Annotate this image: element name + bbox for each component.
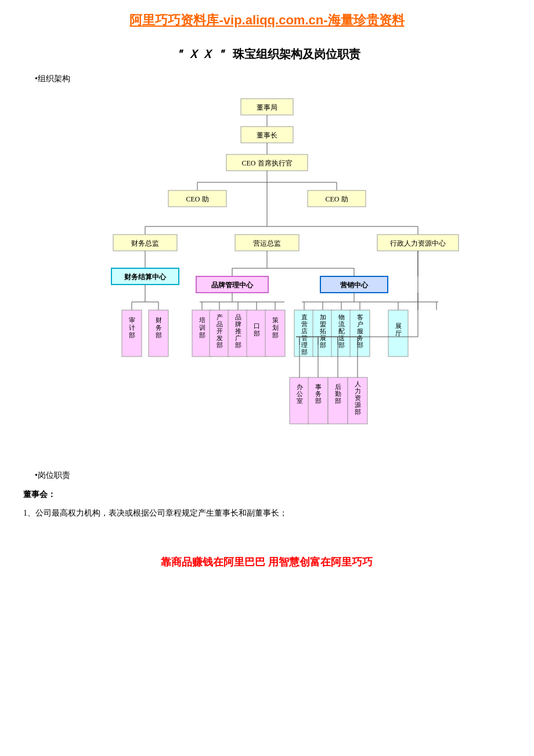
svg-text:部: 部 [301,348,308,355]
label-customer: 客 [357,314,363,321]
header-text: 阿里巧巧资料库-vip.aliqq.com.cn-海量珍贵资料 [129,13,404,27]
svg-text:部: 部 [355,408,361,415]
header-banner: 阿里巧巧资料库-vip.aliqq.com.cn-海量珍贵资料 [23,12,511,29]
svg-text:部: 部 [315,397,322,404]
svg-text:室: 室 [297,397,303,404]
label-franchise: 加 [320,314,326,321]
svg-text:部: 部 [320,341,326,348]
org-chart-container: .box-yellow { fill: #ffffcc; stroke: #99… [23,93,511,453]
label-audit2: 计 [129,324,135,331]
org-section-label: •组织架构 [35,74,511,84]
svg-text:公: 公 [297,390,303,397]
svg-text:店: 店 [301,327,308,334]
svg-text:开: 开 [217,327,223,334]
label-product-dev: 产 [217,314,223,321]
label-finance-director: 财务总监 [131,239,159,247]
svg-text:推: 推 [235,327,241,334]
svg-text:管: 管 [301,334,308,341]
svg-text:展: 展 [320,334,326,341]
label-hr-dept: 人 [355,380,361,387]
svg-text:发: 发 [217,334,223,341]
title-prefix: ＂ＸＸ＂ [174,48,229,60]
svg-text:勤: 勤 [335,390,341,397]
label-direct-store: 直 [301,314,308,321]
label-logistics2: 后 [335,383,341,390]
label-finance-dept2: 务 [156,324,162,331]
svg-text:源: 源 [355,401,361,408]
svg-text:盟: 盟 [320,321,326,327]
label-brand-center: 品牌管理中心 [211,281,254,289]
svg-text:部: 部 [335,397,341,404]
title-main: 珠宝组织架构及岗位职责 [233,48,360,60]
svg-text:部: 部 [217,341,223,348]
svg-text:品: 品 [217,321,223,327]
svg-text:厅: 厅 [395,330,402,337]
svg-text:牌: 牌 [235,321,241,327]
board-meeting-item1: 1、公司最高权力机构，表决或根据公司章程规定产生董事长和副董事长； [23,506,511,520]
svg-text:服: 服 [357,327,363,334]
svg-text:配: 配 [338,327,345,334]
label-finance-center: 财务结算中心 [124,273,167,281]
label-marketing-center: 营销中心 [340,281,369,289]
board-meeting-title: 董事会： [23,489,511,500]
label-audit: 审 [129,316,135,323]
position-section-label: •岗位职责 [35,470,511,481]
label-logistics: 物 [338,314,345,321]
svg-text:部: 部 [254,330,260,337]
label-ceo-assist-left: CEO 助 [186,195,209,203]
svg-text:流: 流 [338,321,345,327]
svg-text:部: 部 [272,332,279,339]
svg-text:资: 资 [355,394,361,401]
label-showroom: 展 [395,322,402,329]
label-ceo-assist-right: CEO 助 [326,195,348,203]
page-title: ＂ＸＸ＂ 珠宝组织架构及岗位职责 [23,46,511,62]
label-office: 办 [297,383,303,390]
svg-text:部: 部 [199,332,205,339]
svg-text:理: 理 [301,341,308,348]
svg-text:训: 训 [199,324,205,331]
svg-text:户: 户 [357,321,363,327]
label-ops-director: 营运总监 [253,239,281,247]
svg-text:营: 营 [301,321,308,327]
label-training: 培 [199,316,205,323]
label-ceo: CEO 首席执行官 [242,159,293,167]
label-unknown-dept: 口 [254,322,260,329]
svg-text:务: 务 [315,390,322,397]
label-planning: 策 [272,316,279,323]
label-audit3: 部 [129,332,135,339]
svg-text:力: 力 [355,387,361,394]
footer-banner: 靠商品赚钱在阿里巴巴 用智慧创富在阿里巧巧 [23,555,511,569]
label-brand-promo: 品 [235,314,241,321]
svg-text:送: 送 [338,334,345,341]
label-affairs: 事 [315,383,322,390]
svg-text:拓: 拓 [319,327,326,334]
label-chairman: 董事长 [257,131,277,139]
label-admin-hr: 行政人力资源中心 [390,239,446,247]
svg-text:划: 划 [272,324,279,331]
position-label-text: •岗位职责 [35,471,70,480]
svg-text:广: 广 [235,334,241,341]
svg-text:部: 部 [338,341,345,348]
label-finance-dept: 财 [156,316,162,323]
label-finance-dept3: 部 [156,332,162,339]
org-label-text: •组织架构 [35,74,70,83]
label-board: 董事局 [257,103,277,111]
org-chart-svg: .box-yellow { fill: #ffffcc; stroke: #99… [70,93,464,453]
svg-text:部: 部 [235,341,241,348]
